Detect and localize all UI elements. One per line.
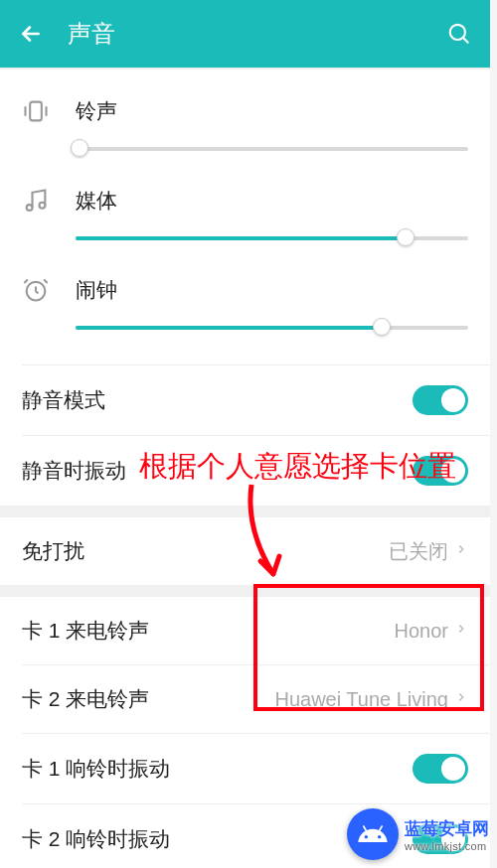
silent-mode-row[interactable]: 静音模式 bbox=[0, 365, 490, 435]
sim1-vibrate-label: 卡 1 响铃时振动 bbox=[22, 755, 170, 783]
annotation-arrow bbox=[234, 480, 303, 589]
sim2-vibrate-label: 卡 2 响铃时振动 bbox=[22, 825, 170, 853]
ringtone-label: 铃声 bbox=[76, 97, 117, 125]
media-music-icon bbox=[22, 187, 62, 215]
media-label: 媒体 bbox=[76, 187, 117, 215]
alarm-slider[interactable] bbox=[76, 318, 468, 338]
back-icon[interactable] bbox=[18, 21, 48, 47]
sim1-vibrate-toggle[interactable] bbox=[413, 754, 468, 784]
vibrate-silent-label: 静音时振动 bbox=[22, 457, 126, 485]
media-slider[interactable] bbox=[76, 228, 468, 248]
alarm-label: 闹钟 bbox=[76, 276, 117, 304]
sim2-ringtone-label: 卡 2 来电铃声 bbox=[22, 685, 149, 713]
watermark-url: www.lmkjst.com bbox=[405, 840, 489, 852]
chevron-right-icon bbox=[454, 539, 468, 564]
annotation-highlight-box bbox=[253, 584, 484, 711]
watermark: 蓝莓安卓网 www.lmkjst.com bbox=[347, 808, 489, 860]
watermark-logo-icon bbox=[347, 808, 399, 860]
svg-rect-1 bbox=[30, 102, 42, 121]
silent-mode-toggle[interactable] bbox=[413, 385, 468, 415]
ringtone-vibrate-icon bbox=[22, 97, 62, 125]
search-icon[interactable] bbox=[442, 21, 472, 47]
alarm-clock-icon bbox=[22, 276, 62, 304]
svg-point-2 bbox=[27, 205, 33, 211]
sim1-ringtone-label: 卡 1 来电铃声 bbox=[22, 617, 149, 645]
page-title: 声音 bbox=[68, 18, 442, 50]
svg-point-3 bbox=[40, 203, 46, 209]
watermark-title: 蓝莓安卓网 bbox=[405, 817, 489, 840]
silent-mode-label: 静音模式 bbox=[22, 386, 105, 414]
ringtone-slider[interactable] bbox=[76, 139, 468, 159]
sim1-vibrate-row[interactable]: 卡 1 响铃时振动 bbox=[0, 734, 490, 803]
dnd-value: 已关闭 bbox=[389, 538, 448, 565]
dnd-label: 免打扰 bbox=[22, 537, 84, 565]
